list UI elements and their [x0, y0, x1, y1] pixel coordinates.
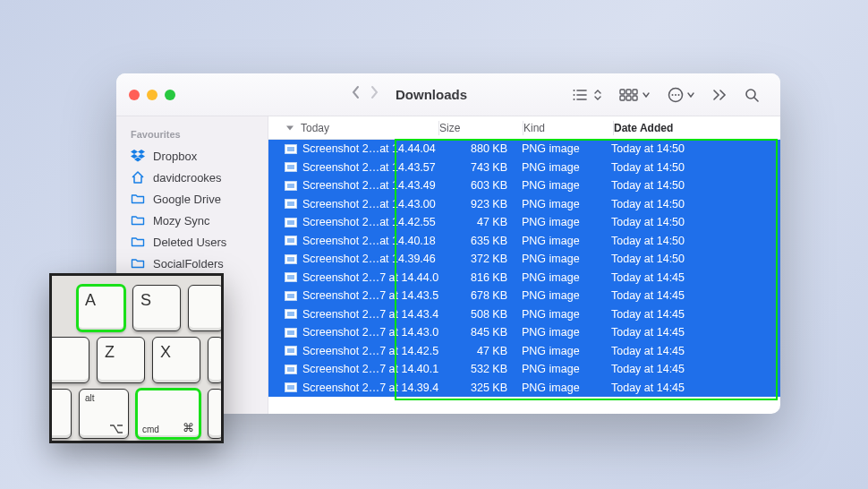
file-kind: PNG image — [522, 216, 611, 228]
overflow-button[interactable] — [703, 90, 736, 100]
file-icon — [285, 162, 297, 172]
dropbox-icon — [131, 149, 145, 163]
svg-point-4 — [574, 94, 575, 96]
file-name: Screenshot 2…7 at 14.39.46 — [302, 382, 438, 394]
window-title: Downloads — [396, 87, 467, 102]
key-partial-right — [188, 285, 224, 331]
table-row[interactable]: Screenshot 2…at 14.43.49 2603 KBPNG imag… — [268, 176, 780, 195]
command-icon: ⌘ — [183, 421, 194, 434]
svg-point-3 — [574, 90, 575, 91]
sidebar-item-google-drive[interactable]: Google Drive — [116, 188, 268, 210]
table-row[interactable]: Screenshot 2…at 14.40.18 2635 KBPNG imag… — [268, 232, 780, 251]
key-shift-partial — [49, 337, 89, 383]
table-row[interactable]: Screenshot 2…at 14.43.00 2923 KBPNG imag… — [268, 195, 780, 214]
table-row[interactable]: Screenshot 2…at 14.42.55 247 KBPNG image… — [268, 213, 780, 232]
action-menu-button[interactable] — [659, 87, 703, 103]
column-date-added[interactable]: Date Added — [614, 122, 780, 134]
file-icon — [285, 291, 297, 301]
table-row[interactable]: Screenshot 2…7 at 14.44.04816 KBPNG imag… — [268, 269, 780, 287]
table-row[interactable]: Screenshot 2…at 14.43.57 2743 KBPNG imag… — [268, 159, 780, 177]
sidebar-item-label: davidcrookes — [153, 171, 222, 184]
file-date: Today at 14:45 — [611, 382, 780, 394]
file-kind: PNG image — [522, 253, 611, 265]
file-date: Today at 14:50 — [611, 198, 780, 210]
folder-icon — [131, 235, 145, 249]
search-button[interactable] — [736, 88, 768, 102]
column-name[interactable]: Today — [268, 122, 438, 134]
file-size: 372 KB — [438, 253, 522, 265]
sidebar-item-davidcrookes[interactable]: davidcrookes — [116, 167, 268, 188]
home-icon — [131, 170, 145, 184]
sidebar-item-label: Google Drive — [153, 193, 221, 206]
svg-point-14 — [675, 94, 677, 96]
file-name: Screenshot 2…at 14.43.00 2 — [302, 198, 438, 210]
group-by-button[interactable] — [610, 89, 659, 101]
file-date: Today at 14:45 — [611, 271, 780, 284]
file-size: 678 KB — [438, 289, 522, 302]
svg-marker-18 — [131, 150, 138, 154]
minimize-button[interactable] — [147, 90, 157, 100]
svg-rect-10 — [626, 96, 631, 100]
table-row[interactable]: Screenshot 2…7 at 14.43.00845 KBPNG imag… — [268, 323, 780, 342]
file-name: Screenshot 2…at 14.39.46 2 — [302, 253, 438, 265]
file-date: Today at 14:45 — [611, 345, 780, 357]
file-date: Today at 14:45 — [611, 326, 780, 339]
svg-rect-8 — [633, 90, 637, 94]
folder-icon — [131, 256, 145, 270]
svg-line-17 — [754, 98, 758, 101]
file-name: Screenshot 2…at 14.44.04 2 — [302, 142, 438, 155]
file-name: Screenshot 2…at 14.43.57 2 — [302, 161, 438, 174]
file-icon — [285, 199, 297, 209]
file-kind: PNG image — [522, 161, 611, 174]
key-partial-bottom-left — [49, 389, 72, 439]
table-row[interactable]: Screenshot 2…at 14.44.04 2880 KBPNG imag… — [268, 140, 780, 159]
sidebar-item-dropbox[interactable]: Dropbox — [116, 145, 268, 167]
key-partial-space — [208, 389, 224, 439]
table-row[interactable]: Screenshot 2…at 14.39.46 2372 KBPNG imag… — [268, 250, 780, 269]
close-button[interactable] — [129, 90, 140, 100]
file-icon — [285, 254, 297, 264]
svg-rect-11 — [633, 96, 637, 100]
chevron-updown-icon — [594, 89, 601, 101]
table-row[interactable]: Screenshot 2…7 at 14.42.5547 KBPNG image… — [268, 342, 780, 361]
chevron-down-icon — [687, 91, 694, 99]
file-size: 532 KB — [438, 363, 522, 375]
table-row[interactable]: Screenshot 2…7 at 14.40.18532 KBPNG imag… — [268, 360, 780, 379]
sidebar-item-deleted-users[interactable]: Deleted Users — [116, 231, 268, 253]
fullscreen-button[interactable] — [165, 90, 175, 100]
table-row[interactable]: Screenshot 2…7 at 14.43.49508 KBPNG imag… — [268, 305, 780, 324]
table-row[interactable]: Screenshot 2…7 at 14.43.57678 KBPNG imag… — [268, 287, 780, 305]
file-icon — [285, 181, 297, 191]
svg-marker-19 — [138, 150, 145, 154]
file-size: 47 KB — [438, 345, 522, 357]
keyboard-inset: A S Z X alt cmd ⌘ — [49, 273, 224, 443]
column-headers: Today Size Kind Date Added — [268, 116, 780, 140]
column-size[interactable]: Size — [439, 122, 523, 134]
file-list: Today Size Kind Date Added Screenshot 2…… — [268, 116, 780, 414]
file-kind: PNG image — [522, 289, 611, 302]
file-date: Today at 14:50 — [611, 179, 780, 192]
file-date: Today at 14:45 — [611, 363, 780, 375]
file-name: Screenshot 2…7 at 14.43.57 — [302, 289, 438, 302]
file-kind: PNG image — [522, 198, 611, 210]
key-cmd: cmd ⌘ — [136, 389, 200, 439]
file-icon — [285, 218, 297, 227]
file-date: Today at 14:50 — [611, 253, 780, 265]
folder-icon — [131, 213, 145, 227]
file-kind: PNG image — [522, 326, 611, 339]
titlebar: Downloads — [116, 73, 780, 116]
table-row[interactable]: Screenshot 2…7 at 14.39.46325 KBPNG imag… — [268, 379, 780, 398]
sidebar-item-socialfolders[interactable]: SocialFolders — [116, 253, 268, 274]
file-name: Screenshot 2…at 14.42.55 2 — [302, 216, 438, 228]
file-icon — [285, 346, 297, 356]
nav-back-button[interactable] — [347, 85, 365, 104]
traffic-lights — [129, 90, 175, 100]
view-list-button[interactable] — [564, 89, 610, 101]
nav-forward-button[interactable] — [365, 85, 383, 104]
key-z: Z — [97, 337, 145, 383]
column-kind[interactable]: Kind — [523, 122, 613, 134]
key-x: X — [152, 337, 200, 383]
sidebar-item-mozy-sync[interactable]: Mozy Sync — [116, 210, 268, 231]
sidebar-item-label: Deleted Users — [153, 236, 226, 249]
option-icon — [109, 425, 123, 433]
